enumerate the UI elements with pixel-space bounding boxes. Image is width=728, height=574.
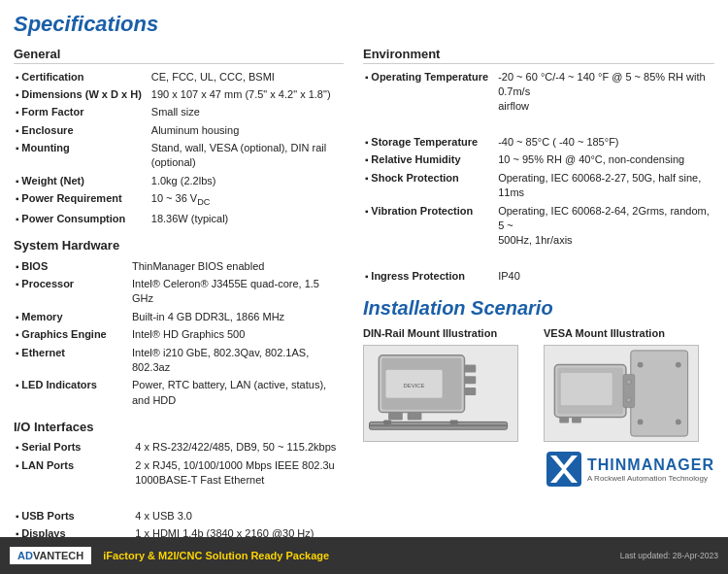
- section-env-header: Environment: [363, 47, 714, 64]
- spec-label: Processor: [14, 276, 130, 309]
- spec-label: [363, 116, 496, 133]
- svg-point-15: [676, 362, 681, 368]
- spec-value: Intel® HD Graphics 500: [130, 326, 344, 344]
- table-row: [14, 490, 344, 507]
- spec-value: Built-in 4 GB DDR3L, 1866 MHz: [130, 308, 344, 325]
- svg-rect-8: [370, 424, 508, 426]
- spec-label: Memory: [14, 308, 130, 325]
- thinmanager-name: THINMANAGER: [587, 456, 714, 474]
- svg-rect-5: [388, 413, 403, 421]
- table-row: Storage Temperature -40 ~ 85°C ( -40 ~ 1…: [363, 134, 714, 152]
- svg-text:DEVICE: DEVICE: [404, 383, 425, 388]
- thinmanager-text: THINMANAGER A Rockwell Automation Techno…: [587, 456, 714, 483]
- logo-ad: AD: [17, 550, 33, 561]
- svg-rect-24: [572, 418, 581, 423]
- spec-label: LED Indicators: [14, 377, 130, 410]
- spec-label: [14, 490, 133, 507]
- page-wrapper: Specifications General Certification CE,…: [0, 0, 728, 574]
- table-row: Enclosure Aluminum housing: [14, 121, 344, 139]
- svg-point-17: [676, 420, 681, 425]
- spec-value: Stand, wall, VESA (optional), DIN rail (…: [149, 140, 344, 173]
- table-row: LAN Ports 2 x RJ45, 10/100/1000 Mbps IEE…: [14, 456, 344, 490]
- main-title: Specifications: [14, 12, 714, 37]
- spec-label: BIOS: [14, 257, 130, 275]
- spec-label: Operating Temperature: [363, 68, 496, 116]
- table-row: Power Consumption 18.36W (typical): [14, 211, 344, 228]
- spec-label: Ethernet: [14, 344, 130, 377]
- thinmanager-sub: A Rockwell Automation Technology: [587, 474, 714, 483]
- spec-label: [363, 250, 496, 267]
- spec-label: Shock Protection: [363, 169, 496, 202]
- table-row: Ethernet Intel® i210 GbE, 802.3Qav, 802.…: [14, 344, 344, 377]
- section-general-header: General: [14, 47, 344, 64]
- spec-label: USB Ports: [14, 507, 133, 524]
- spec-label: Enclosure: [14, 121, 149, 139]
- spec-value: Operating, IEC 60068-2-27, 50G, half sin…: [496, 169, 714, 202]
- table-row: LED Indicators Power, RTC battery, LAN (…: [14, 377, 344, 410]
- spec-value: Power, RTC battery, LAN (active, status)…: [130, 377, 344, 410]
- section-system-header: System Hardware: [14, 238, 344, 253]
- svg-point-22: [626, 397, 631, 402]
- spec-value: CE, FCC, UL, CCC, BSMI: [149, 68, 344, 85]
- install-section: DIN-Rail Mount Illustration: [363, 327, 714, 442]
- table-row: Power Requirement 10 ~ 36 VDC: [14, 190, 344, 211]
- spec-value: 4 x USB 3.0: [133, 507, 344, 524]
- svg-rect-10: [450, 421, 458, 425]
- table-row: Operating Temperature -20 ~ 60 °C/-4 ~ 1…: [363, 68, 714, 116]
- spec-label: Power Consumption: [14, 211, 149, 228]
- spec-value: ThinManager BIOS enabled: [130, 257, 344, 275]
- spec-value: -40 ~ 85°C ( -40 ~ 185°F): [496, 134, 714, 152]
- svg-rect-9: [383, 421, 391, 425]
- svg-rect-25: [560, 373, 612, 406]
- table-row: Memory Built-in 4 GB DDR3L, 1866 MHz: [14, 308, 344, 325]
- spec-label: Power Requirement: [14, 190, 149, 211]
- svg-point-14: [638, 362, 644, 368]
- install-title: Installation Scenario: [363, 297, 714, 320]
- spec-value: [133, 490, 344, 507]
- spec-value: 1.0kg (2.2lbs): [149, 172, 344, 189]
- table-row: Certification CE, FCC, UL, CCC, BSMI: [14, 68, 344, 85]
- footer-package-label: iFactory & M2I/CNC Solution Ready Packag…: [103, 550, 329, 561]
- spec-label: Serial Ports: [14, 439, 133, 456]
- spec-value: 4 x RS-232/422/485, DB9, 50 ~ 115.2kbps: [133, 439, 344, 456]
- svg-rect-23: [559, 418, 569, 423]
- table-row: Processor Intel® Celeron® J3455E quad-co…: [14, 276, 344, 309]
- table-row: Serial Ports 4 x RS-232/422/485, DB9, 50…: [14, 439, 344, 456]
- section-io-header: I/O Interfaces: [14, 420, 344, 434]
- table-row: Vibration Protection Operating, IEC 6006…: [363, 202, 714, 250]
- svg-rect-2: [465, 365, 477, 373]
- vesa-title: VESA Mount Illustration: [544, 327, 714, 339]
- spec-value: Intel® i210 GbE, 802.3Qav, 802.1AS, 802.…: [130, 344, 344, 377]
- spec-label: Certification: [14, 68, 149, 85]
- table-row: Shock Protection Operating, IEC 60068-2-…: [363, 169, 714, 202]
- spec-value: Intel® Celeron® J3455E quad-core, 1.5 GH…: [130, 276, 344, 309]
- svg-point-16: [638, 420, 644, 425]
- spec-value: IP40: [496, 268, 714, 286]
- table-row: Relative Humidity 10 ~ 95% RH @ 40°C, no…: [363, 152, 714, 169]
- table-row: Dimensions (W x D x H) 190 x 107 x 47 mm…: [14, 85, 344, 103]
- spec-value: -20 ~ 60 °C/-4 ~ 140 °F @ 5 ~ 85% RH wit…: [496, 68, 714, 116]
- spec-label: Relative Humidity: [363, 152, 496, 169]
- svg-rect-6: [408, 413, 422, 421]
- table-row: Graphics Engine Intel® HD Graphics 500: [14, 326, 344, 344]
- din-rail-title: DIN-Rail Mount Illustration: [363, 327, 534, 339]
- svg-rect-4: [465, 388, 477, 395]
- spec-value: Aluminum housing: [149, 121, 344, 139]
- spec-label: Weight (Net): [14, 172, 149, 189]
- table-row: Ingress Protection IP40: [363, 268, 714, 286]
- footer-date: Last updated: 28-Apr-2023: [620, 551, 718, 560]
- spec-label: Vibration Protection: [363, 202, 496, 250]
- svg-rect-20: [623, 374, 635, 407]
- spec-value: Small size: [149, 104, 344, 121]
- spec-value: 18.36W (typical): [149, 211, 344, 228]
- din-rail-image: DEVICE: [363, 345, 518, 442]
- general-table: Certification CE, FCC, UL, CCC, BSMI Dim…: [14, 68, 344, 228]
- table-row: USB Ports 4 x USB 3.0: [14, 507, 344, 524]
- spec-value: 190 x 107 x 47 mm (7.5" x 4.2" x 1.8"): [149, 85, 344, 103]
- spec-label: Storage Temperature: [363, 134, 496, 152]
- table-row: [363, 116, 714, 133]
- right-column: Environment Operating Temperature -20 ~ …: [363, 47, 714, 574]
- spec-label: Graphics Engine: [14, 326, 130, 344]
- spec-label: Dimensions (W x D x H): [14, 85, 149, 103]
- left-column: General Certification CE, FCC, UL, CCC, …: [14, 47, 344, 574]
